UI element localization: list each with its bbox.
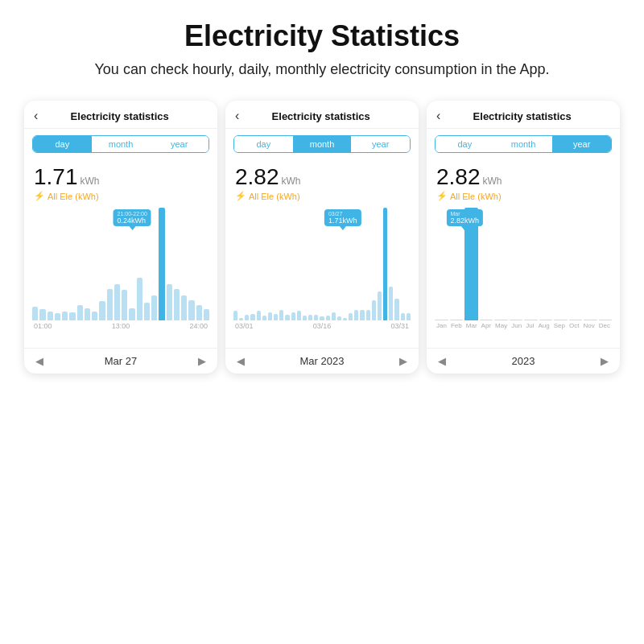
bar-month-6 [268, 312, 272, 320]
bar-month-24 [372, 300, 376, 320]
bar-month-30 [407, 313, 411, 320]
bar-day-16 [151, 295, 157, 321]
bar-day-0 [32, 307, 38, 320]
bar-year-7 [539, 320, 553, 320]
back-arrow-icon-month[interactable]: ‹ [235, 109, 239, 123]
x-axis-month: 03/01 03/16 03/31 [232, 320, 412, 330]
nav-next-day[interactable]: ▶ [198, 355, 206, 367]
bar-day-17 [159, 208, 164, 320]
bar-day-1 [39, 309, 45, 320]
bar-year-1 [450, 320, 464, 320]
bar-day-3 [55, 313, 60, 320]
bar-day-22 [196, 305, 202, 321]
nav-label-day: Mar 27 [105, 355, 137, 367]
nav-prev-month[interactable]: ◀ [237, 355, 245, 367]
bar-month-17 [332, 312, 336, 320]
bar-month-22 [360, 310, 364, 321]
tab-year-day[interactable]: day [436, 136, 494, 152]
bar-year-4 [494, 320, 508, 320]
bar-day-5 [69, 312, 75, 320]
bar-year-0 [435, 320, 448, 320]
bar-day-11 [114, 284, 120, 320]
bar-day-15 [144, 303, 150, 320]
bar-month-25 [378, 291, 382, 320]
bar-day-12 [122, 290, 127, 320]
bar-day-19 [174, 289, 180, 320]
page-title: Electricity Statistics [32, 19, 612, 53]
tab-year-month[interactable]: month [494, 136, 553, 152]
kwh-label-day: All Ele (kWh) [47, 192, 99, 201]
tab-bar-month: day month year [233, 135, 411, 153]
bar-day-23 [204, 309, 209, 320]
bar-month-28 [394, 299, 398, 320]
page-header: Electricity Statistics You can check hou… [0, 0, 644, 93]
tab-day-year[interactable]: year [150, 136, 208, 152]
nav-bar-day: ◀ Mar 27 ▶ [24, 348, 217, 374]
bar-day-18 [167, 284, 172, 320]
kwh-section-month: 2.82 kWh ⚡ All Ele (kWh) [225, 159, 419, 203]
kwh-value-month: 2.82 [235, 164, 279, 190]
kwh-label-month: All Ele (kWh) [249, 192, 300, 201]
kwh-section-day: 1.71 kWh ⚡ All Ele (kWh) [24, 159, 217, 203]
bar-month-13 [308, 315, 312, 320]
tab-month-month[interactable]: month [293, 136, 352, 152]
phone-title-year: Electricity statistics [447, 110, 597, 122]
tab-month-day[interactable]: day [234, 136, 293, 152]
bar-day-7 [85, 308, 90, 320]
bar-month-23 [366, 310, 370, 320]
bar-month-9 [285, 315, 289, 320]
tab-month-year[interactable]: year [351, 136, 410, 152]
nav-prev-day[interactable]: ◀ [35, 355, 43, 367]
tab-day-day[interactable]: day [33, 136, 92, 152]
back-arrow-icon[interactable]: ‹ [34, 109, 38, 123]
phone-day: ‹ Electricity statistics day month year … [24, 101, 217, 374]
bar-month-0 [233, 311, 237, 320]
bar-day-20 [181, 295, 187, 320]
bar-year-5 [510, 320, 523, 320]
bar-year-3 [480, 320, 493, 320]
bar-day-2 [47, 312, 53, 320]
phones-row: ‹ Electricity statistics day month year … [0, 93, 644, 374]
nav-next-month[interactable]: ▶ [399, 355, 407, 367]
bar-month-7 [274, 314, 278, 320]
tab-day-month[interactable]: month [92, 136, 151, 152]
kwh-unit-month: kWh [282, 175, 301, 187]
bolt-icon-year: ⚡ [436, 191, 448, 201]
bar-month-11 [297, 311, 301, 320]
bar-day-4 [62, 312, 68, 320]
top-bar-month: ‹ Electricity statistics [225, 101, 419, 129]
bar-year-10 [584, 320, 597, 320]
nav-label-month: Mar 2023 [300, 355, 345, 367]
bar-month-29 [401, 313, 405, 320]
tab-year-year[interactable]: year [552, 136, 611, 152]
bar-month-20 [349, 313, 353, 320]
chart-year: Mar2.82kWh Jan Feb Mar Apr May Jun Jul A… [427, 208, 620, 345]
bar-month-3 [250, 314, 254, 320]
nav-label-year: 2023 [512, 355, 535, 367]
phone-month: ‹ Electricity statistics day month year … [225, 101, 419, 374]
bar-month-5 [262, 316, 266, 320]
tab-bar-year: day month year [435, 135, 612, 153]
bar-month-26 [383, 208, 387, 320]
bar-day-21 [188, 300, 194, 320]
bar-day-10 [107, 289, 113, 320]
x-axis-year: Jan Feb Mar Apr May Jun Jul Aug Sep Oct … [433, 320, 613, 329]
bar-month-14 [314, 315, 318, 320]
nav-next-year[interactable]: ▶ [601, 355, 609, 367]
x-axis-day: 01:00 13:00 24:00 [31, 320, 211, 330]
bar-month-4 [257, 311, 261, 321]
bar-month-27 [389, 287, 393, 320]
bar-day-6 [77, 305, 83, 320]
bar-month-8 [279, 310, 283, 320]
phone-title-day: Electricity statistics [44, 110, 195, 122]
chart-month: 03/271.71kWh 03/01 03/16 03/31 [225, 208, 419, 345]
kwh-value-year: 2.82 [436, 164, 481, 190]
bar-month-21 [354, 310, 358, 320]
kwh-label-year: All Ele (kWh) [450, 192, 502, 201]
bar-month-12 [303, 316, 307, 320]
nav-prev-year[interactable]: ◀ [438, 355, 446, 367]
back-arrow-icon-year[interactable]: ‹ [436, 109, 440, 123]
phone-title-month: Electricity statistics [246, 110, 396, 122]
bar-month-19 [343, 318, 347, 320]
kwh-unit-day: kWh [80, 175, 100, 187]
